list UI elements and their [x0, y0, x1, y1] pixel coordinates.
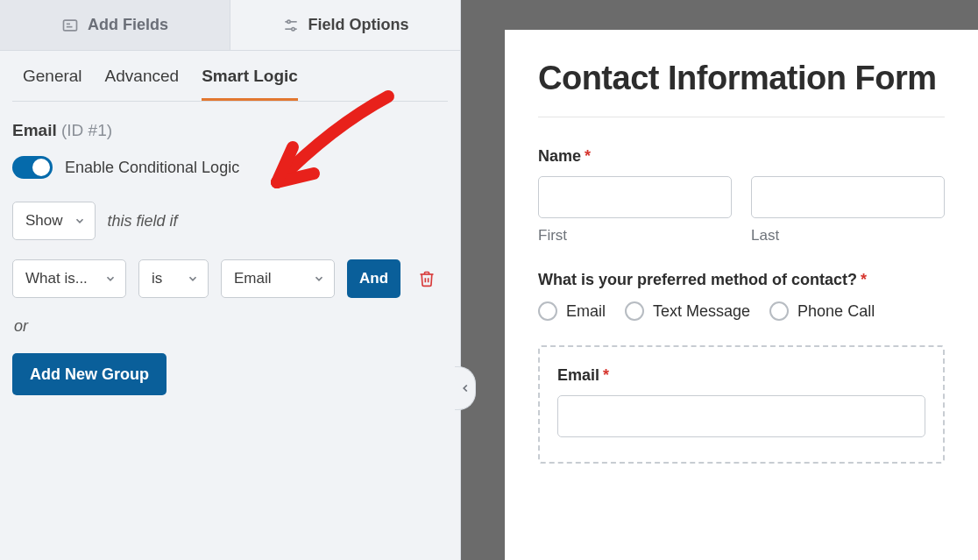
radio-email[interactable]: Email — [538, 301, 606, 321]
svg-point-6 — [291, 27, 294, 30]
condition-field-value: What is... — [25, 270, 88, 287]
conditional-logic-toggle-row: Enable Conditional Logic — [12, 156, 448, 179]
tab-field-options[interactable]: Field Options — [230, 0, 460, 51]
subtab-smart-logic[interactable]: Smart Logic — [202, 67, 298, 101]
field-heading-name: Email — [12, 121, 57, 139]
smart-logic-body: Email (ID #1) Enable Conditional Logic S… — [0, 102, 460, 395]
condition-row: What is... is Email And — [12, 259, 448, 298]
chevron-left-icon — [459, 382, 471, 394]
email-field-selected[interactable]: Email* — [538, 345, 945, 464]
condition-operator-select[interactable]: is — [138, 259, 209, 298]
form-title: Contact Information Form — [538, 60, 945, 117]
first-name-col: First — [538, 176, 732, 245]
radio-phone[interactable]: Phone Call — [769, 301, 875, 321]
radio-phone-label: Phone Call — [797, 302, 875, 321]
radio-icon — [769, 301, 789, 321]
email-input[interactable] — [557, 395, 925, 437]
email-label-text: Email — [557, 366, 599, 384]
condition-operator-value: is — [152, 270, 162, 287]
delete-rule-button[interactable] — [418, 270, 436, 287]
chevron-down-icon — [187, 273, 199, 285]
action-select-value: Show — [25, 212, 63, 230]
name-label-text: Name — [538, 147, 581, 165]
required-asterisk: * — [585, 147, 591, 165]
radio-email-label: Email — [566, 302, 606, 321]
add-new-group-button[interactable]: Add New Group — [12, 353, 167, 395]
toggle-knob — [32, 159, 50, 176]
chevron-down-icon — [104, 273, 117, 285]
svg-rect-0 — [63, 20, 76, 31]
subtab-advanced[interactable]: Advanced — [105, 67, 180, 101]
add-and-rule-button[interactable]: And — [347, 259, 400, 298]
tab-add-fields[interactable]: Add Fields — [0, 0, 230, 51]
add-and-rule-label: And — [359, 270, 388, 287]
required-asterisk: * — [861, 271, 867, 288]
contact-method-options: Email Text Message Phone Call — [538, 301, 945, 321]
email-label: Email* — [557, 366, 925, 385]
radio-icon — [625, 301, 644, 321]
name-label: Name* — [538, 147, 945, 166]
first-name-sublabel: First — [538, 227, 732, 245]
field-heading: Email (ID #1) — [12, 121, 448, 140]
name-field-row: First Last — [538, 176, 945, 245]
field-option-subtabs: General Advanced Smart Logic — [12, 51, 448, 102]
add-new-group-label: Add New Group — [30, 365, 149, 384]
radio-text-label: Text Message — [653, 302, 750, 321]
tab-field-options-label: Field Options — [308, 16, 409, 34]
last-name-sublabel: Last — [751, 227, 945, 245]
conditional-logic-toggle-label: Enable Conditional Logic — [65, 159, 239, 177]
sliders-icon — [282, 17, 300, 34]
action-suffix: this field if — [108, 212, 178, 230]
first-name-input[interactable] — [538, 176, 732, 218]
form-preview: Contact Information Form Name* First Las… — [505, 30, 978, 560]
condition-value-select[interactable]: Email — [221, 259, 335, 298]
chevron-down-icon — [74, 215, 86, 227]
last-name-input[interactable] — [751, 176, 945, 218]
add-fields-icon — [61, 17, 79, 34]
form-preview-area: Contact Information Form Name* First Las… — [461, 0, 978, 560]
field-options-panel: Add Fields Field Options General Advance… — [0, 0, 461, 560]
conditional-logic-toggle[interactable] — [12, 156, 53, 179]
tab-add-fields-label: Add Fields — [88, 16, 168, 34]
last-name-col: Last — [751, 176, 945, 245]
or-separator: or — [14, 317, 448, 336]
svg-point-4 — [287, 20, 289, 23]
contact-method-label-text: What is your preferred method of contact… — [538, 271, 857, 288]
action-row: Show this field if — [12, 202, 448, 240]
radio-text[interactable]: Text Message — [625, 301, 750, 321]
action-select[interactable]: Show — [12, 202, 96, 240]
radio-icon — [538, 301, 557, 321]
field-heading-id: (ID #1) — [61, 121, 112, 139]
condition-field-select[interactable]: What is... — [12, 259, 126, 298]
condition-value-text: Email — [234, 270, 272, 287]
required-asterisk: * — [603, 366, 609, 384]
chevron-down-icon — [313, 273, 325, 285]
contact-method-label: What is your preferred method of contact… — [538, 271, 945, 289]
subtab-general[interactable]: General — [23, 67, 82, 101]
panel-top-tabs: Add Fields Field Options — [0, 0, 460, 51]
